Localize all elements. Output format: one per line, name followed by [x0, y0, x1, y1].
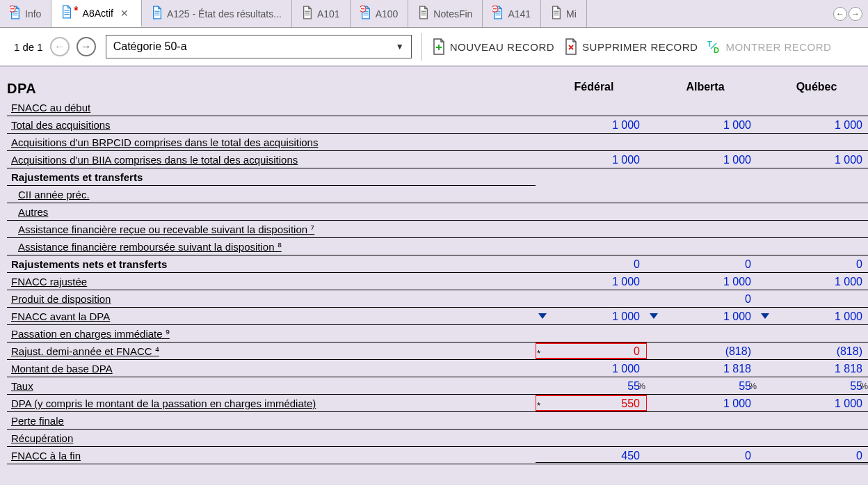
tabs-scroll-right-button[interactable]: → — [849, 7, 862, 21]
tab-info[interactable]: Info — [0, 0, 51, 27]
row-label: Total des acquisitions — [7, 116, 536, 134]
value-cell[interactable]: 1 000 — [536, 116, 647, 134]
value-cell[interactable]: 0 — [647, 255, 758, 273]
file-icon — [360, 6, 371, 22]
value-cell[interactable]: 1 000 — [536, 273, 647, 290]
tab-a125-tat-des-r-sultats-[interactable]: A125 - État des résultats... — [142, 0, 292, 27]
value-cell[interactable] — [647, 221, 758, 238]
unit-suffix: % — [748, 377, 757, 395]
category-select[interactable]: Catégorie 50-a ▼ — [106, 35, 412, 58]
value-cell[interactable]: 450 — [536, 447, 647, 464]
value-cell[interactable]: 1 000 — [536, 308, 647, 325]
value-cell[interactable] — [536, 134, 647, 151]
value-cell[interactable] — [536, 412, 647, 430]
value-cell[interactable]: 1 818 — [647, 360, 758, 377]
value-cell[interactable]: 55% — [536, 377, 647, 395]
row-label: FNACC rajustée — [7, 273, 536, 290]
value-cell[interactable]: 0 — [647, 290, 758, 308]
tab-mi[interactable]: Mi — [541, 0, 587, 27]
row-label: Acquisitions d'un BRPCID comprises dans … — [7, 134, 536, 151]
pager-next-button[interactable]: → — [77, 37, 96, 56]
value-cell[interactable] — [647, 99, 758, 116]
pager-text: 1 de 1 — [14, 41, 43, 53]
value-cell[interactable] — [536, 99, 647, 116]
value-cell[interactable] — [536, 430, 647, 447]
value-cell[interactable]: *0 — [536, 343, 647, 360]
value-cell[interactable] — [647, 430, 758, 447]
value-cell[interactable]: 1 000 — [647, 273, 758, 290]
value-cell[interactable] — [758, 203, 868, 221]
tab-close-button[interactable]: ✕ — [118, 8, 131, 19]
tab-label: NotesFin — [433, 8, 472, 19]
value-cell[interactable] — [536, 238, 647, 255]
value-cell[interactable] — [647, 134, 758, 151]
value-cell[interactable] — [536, 290, 647, 308]
value-cell[interactable]: 1 000 — [758, 395, 868, 412]
new-record-button[interactable]: NOUVEAU RECORD — [432, 38, 554, 55]
row-label: Passation en charges immédiate ⁹ — [7, 325, 536, 343]
toolbar: 1 de 1 ← → Catégorie 50-a ▼ NOUVEAU RECO… — [0, 28, 868, 67]
page-plus-icon — [432, 38, 446, 55]
value-cell[interactable] — [758, 221, 868, 238]
value-cell[interactable] — [647, 186, 758, 203]
value-cell[interactable]: 0 — [758, 447, 868, 464]
value-cell[interactable] — [758, 238, 868, 255]
value-cell[interactable]: 1 818 — [758, 360, 868, 377]
value-cell[interactable] — [647, 238, 758, 255]
value-cell[interactable]: 0 — [758, 255, 868, 273]
row-label: Perte finale — [7, 412, 536, 430]
value-cell[interactable] — [758, 430, 868, 447]
tab-notesfin[interactable]: NotesFin — [408, 0, 483, 27]
value-cell[interactable]: 55% — [758, 377, 868, 395]
value-cell[interactable]: 1 000 — [758, 151, 868, 168]
modified-star-icon: * — [74, 5, 78, 17]
value-cell[interactable] — [758, 412, 868, 430]
row-label: Taux — [7, 377, 536, 395]
tab-a8actif[interactable]: *A8Actif✕ — [51, 0, 142, 27]
show-record-button[interactable]: T D MONTRER RECORD — [707, 38, 831, 55]
value-cell[interactable] — [536, 325, 647, 343]
tab-a141[interactable]: A141 — [483, 0, 541, 27]
value-cell[interactable]: (818) — [647, 343, 758, 360]
empty-cell — [536, 168, 647, 186]
column-header: Alberta — [647, 78, 758, 95]
value-cell[interactable] — [536, 186, 647, 203]
row-label: Produit de disposition — [7, 290, 536, 308]
value-cell[interactable] — [758, 99, 868, 116]
row-label: Montant de base DPA — [7, 360, 536, 377]
value-cell[interactable] — [536, 221, 647, 238]
value-cell[interactable]: 1 000 — [536, 151, 647, 168]
tab-a101[interactable]: A101 — [292, 0, 351, 27]
unit-suffix: % — [860, 377, 868, 395]
value-cell[interactable] — [758, 325, 868, 343]
value-cell[interactable]: 0 — [647, 447, 758, 464]
tab-a100[interactable]: A100 — [351, 0, 409, 27]
delete-record-button[interactable]: SUPPRIMER RECORD — [564, 38, 698, 55]
value-cell[interactable] — [758, 290, 868, 308]
tabs-scroll-left-button[interactable]: ← — [833, 7, 847, 21]
value-cell[interactable]: 0 — [536, 255, 647, 273]
value-cell[interactable]: 1 000 — [536, 360, 647, 377]
value-cell[interactable]: 55% — [647, 377, 758, 395]
value-cell[interactable]: 1 000 — [758, 116, 868, 134]
value-cell[interactable] — [536, 203, 647, 221]
column-header: Fédéral — [536, 78, 647, 95]
value-cell[interactable]: 1 000 — [758, 308, 868, 325]
value-cell[interactable]: 1 000 — [758, 273, 868, 290]
value-cell[interactable] — [647, 325, 758, 343]
value-cell[interactable]: 1 000 — [647, 116, 758, 134]
file-icon — [492, 6, 504, 22]
value-cell[interactable]: *550 — [536, 395, 647, 412]
pager-prev-button[interactable]: ← — [50, 37, 70, 56]
unit-suffix: % — [637, 377, 645, 395]
value-cell[interactable] — [758, 134, 868, 151]
value-cell[interactable]: 1 000 — [647, 395, 758, 412]
value-cell[interactable]: (818) — [758, 343, 868, 360]
value-cell[interactable] — [647, 203, 758, 221]
tab-label: A125 - État des résultats... — [167, 8, 282, 19]
value-cell[interactable] — [758, 186, 868, 203]
value-cell[interactable]: 1 000 — [647, 151, 758, 168]
value-cell[interactable] — [647, 412, 758, 430]
value-cell[interactable]: 1 000 — [647, 308, 758, 325]
column-header: Québec — [758, 78, 868, 95]
